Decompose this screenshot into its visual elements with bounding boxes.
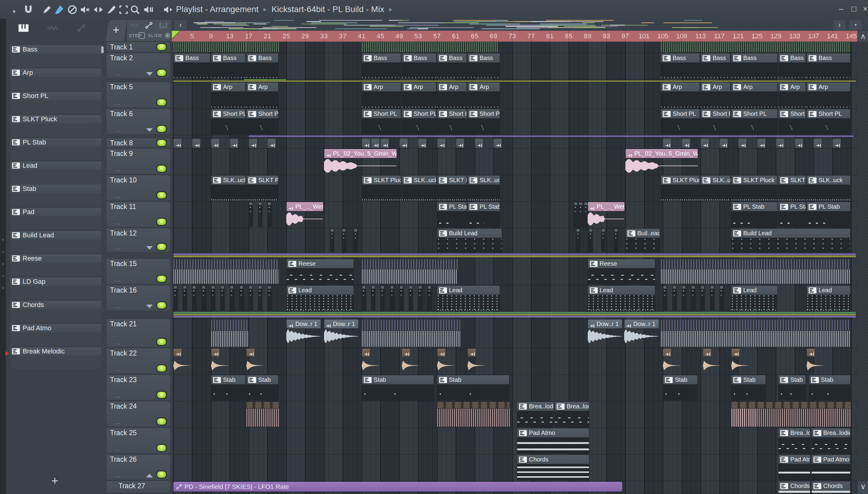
audio-kick-clip[interactable] <box>362 348 370 357</box>
automation-link-icon[interactable] <box>144 21 153 29</box>
audio-wave-icon[interactable] <box>130 21 139 29</box>
scroll-up-button[interactable]: ∧ <box>857 31 868 42</box>
track-enable-led[interactable] <box>156 43 167 51</box>
track-group-down-icon[interactable] <box>146 246 153 250</box>
scroll-right-button[interactable]: › <box>832 19 846 31</box>
pattern-item-pad-atmo[interactable]: Pad Atmo <box>10 324 101 347</box>
mini-pattern-clip[interactable] <box>380 285 384 311</box>
pattern-clip[interactable]: Bass <box>701 53 731 78</box>
step-checkbox[interactable] <box>138 32 145 39</box>
track-header-t12[interactable]: Track 12... <box>106 228 171 252</box>
pattern-item-header[interactable]: Short PL <box>10 92 101 100</box>
pattern-clip[interactable]: Pad Atmo <box>517 428 589 454</box>
pattern-clip[interactable]: Bass <box>173 53 210 78</box>
pattern-clip[interactable]: Arp <box>468 82 500 108</box>
pattern-clip[interactable]: Brea..lodic <box>778 428 810 454</box>
mini-pattern-clip[interactable] <box>663 285 667 311</box>
pattern-clip[interactable]: Lead <box>286 285 354 311</box>
pattern-clip[interactable]: Chords <box>778 481 810 493</box>
mini-pattern-clip[interactable] <box>249 285 253 311</box>
mini-pattern-clip[interactable] <box>682 285 686 311</box>
track-enable-led[interactable] <box>156 391 167 399</box>
mini-pattern-clip[interactable] <box>267 285 272 311</box>
audio-kick-clip[interactable] <box>362 138 370 148</box>
track-enable-led[interactable] <box>156 243 167 251</box>
minimap-options-button[interactable]: ▪ <box>849 19 863 31</box>
pattern-clip[interactable]: Short PL <box>211 109 245 134</box>
pattern-clip[interactable]: Stab <box>809 375 851 400</box>
pattern-clip[interactable]: Bass <box>778 53 806 78</box>
track-more-button[interactable]: ... <box>114 365 121 373</box>
mini-pattern-clip[interactable] <box>574 202 578 227</box>
pattern-clip[interactable]: Short PL <box>660 109 700 134</box>
audio-clip[interactable]: PL_.._Wet <box>286 202 323 227</box>
pattern-clip[interactable]: Reese <box>286 259 354 284</box>
track-more-button[interactable]: ... <box>114 276 121 283</box>
mini-pattern-clip[interactable] <box>220 285 224 311</box>
track-enable-led[interactable] <box>156 139 167 147</box>
track-more-button[interactable]: ... <box>114 70 121 77</box>
audio-stripes-clip[interactable] <box>246 42 279 53</box>
slice-icon[interactable] <box>106 4 117 15</box>
mini-pattern-clip[interactable] <box>211 285 215 311</box>
mini-pattern-clip[interactable] <box>601 228 606 252</box>
track-more-button[interactable]: ... <box>114 445 121 452</box>
pattern-item-break-melodic[interactable]: Break Melodic <box>10 347 101 370</box>
audio-kick-clip[interactable] <box>795 138 804 148</box>
pattern-clip[interactable]: Chords <box>811 481 851 493</box>
scroll-left-button[interactable]: ‹ <box>174 19 188 31</box>
track-group-down-icon[interactable] <box>146 72 153 76</box>
track-header-t16[interactable]: Track 16... <box>106 285 171 311</box>
audio-kick-clip[interactable] <box>475 138 484 148</box>
audio-kick-clip[interactable] <box>437 348 446 357</box>
riser-stripes-clip[interactable] <box>173 259 279 284</box>
pattern-clip[interactable]: Short PL <box>468 109 500 134</box>
pattern-clip[interactable]: Short PL <box>701 109 731 134</box>
mini-pattern-clip[interactable] <box>719 285 724 311</box>
pattern-clip[interactable]: Arp <box>701 82 731 108</box>
pattern-clip[interactable]: SLKT Pluck <box>362 175 401 201</box>
add-pattern-button[interactable]: + <box>48 475 61 487</box>
track-header-t1[interactable]: Track 1 <box>106 42 171 52</box>
audio-kick-clip[interactable] <box>399 138 408 148</box>
track-group-up-icon[interactable] <box>146 474 153 477</box>
mini-pattern-clip[interactable] <box>701 285 705 311</box>
break-stripes-clip[interactable] <box>437 401 510 427</box>
mini-pattern-clip[interactable] <box>371 285 375 311</box>
pattern-clip[interactable]: Arp <box>660 82 700 108</box>
pattern-clip[interactable]: Short PL <box>402 109 436 134</box>
break-stripes-clip[interactable] <box>731 401 851 427</box>
track-enable-led[interactable] <box>156 99 167 106</box>
mini-pattern-clip[interactable] <box>399 285 403 311</box>
mini-pattern-clip[interactable] <box>354 228 358 252</box>
track-header-t23[interactable]: Track 23... <box>106 375 171 400</box>
audio-kick-clip[interactable] <box>757 138 766 148</box>
mini-pattern-clip[interactable] <box>267 202 272 227</box>
pattern-clip[interactable]: Short PL <box>246 109 278 134</box>
audio-kick-clip[interactable] <box>813 138 822 148</box>
pattern-item-build-lead[interactable]: Build Lead <box>10 231 101 254</box>
mini-pattern-clip[interactable] <box>589 228 593 252</box>
scroll-down-button[interactable]: ∨ <box>857 481 868 494</box>
pattern-clip[interactable]: SLK..uck <box>701 175 731 201</box>
track-header-t24[interactable]: Track 24... <box>106 401 171 427</box>
pattern-clip[interactable]: Stab <box>246 375 278 400</box>
audio-kick-clip[interactable] <box>380 138 389 148</box>
audio-kick-clip[interactable] <box>267 138 276 148</box>
mini-pattern-clip[interactable] <box>183 285 187 311</box>
track-more-button[interactable]: ... <box>114 126 121 133</box>
audio-clip[interactable]: Dow..r 1 <box>286 319 321 347</box>
riser-stripes-clip[interactable] <box>362 319 460 347</box>
mini-pattern-clip[interactable] <box>691 285 695 311</box>
pattern-item-header[interactable]: Bass <box>10 45 101 54</box>
pattern-item-header[interactable]: Reese <box>10 254 101 263</box>
audio-kick-clip[interactable] <box>703 348 712 357</box>
pattern-item-header[interactable]: Chords <box>10 301 101 309</box>
pattern-clip[interactable]: Arp <box>778 82 806 108</box>
audio-clip[interactable]: PL_02_You..5_Gmin_Wet <box>324 149 397 174</box>
audio-stripes-clip[interactable] <box>660 42 851 53</box>
audio-clip[interactable]: Dow..r 1 <box>624 319 659 347</box>
track-more-button[interactable]: ... <box>114 99 121 107</box>
pattern-item-lead[interactable]: Lead <box>10 162 101 184</box>
timeline-ruler[interactable]: 5913172125293337414549535761656973778185… <box>172 31 857 42</box>
